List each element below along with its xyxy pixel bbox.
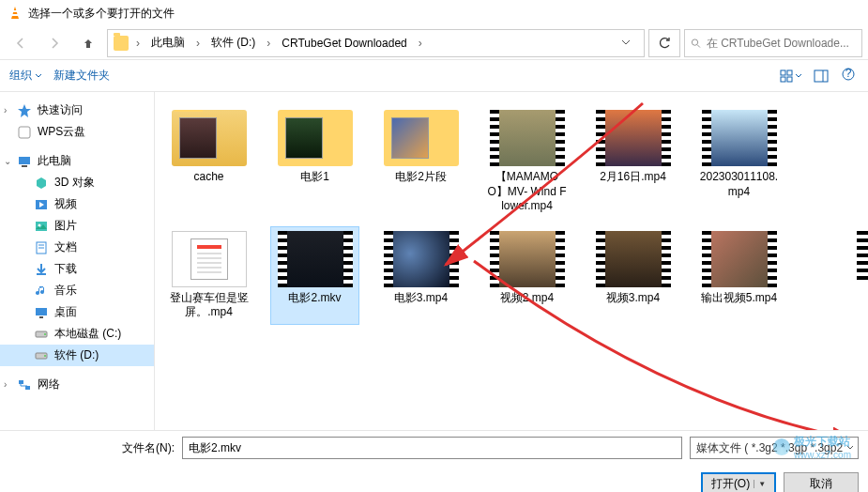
folder-icon (114, 36, 129, 51)
chevron-down-icon (35, 72, 42, 80)
file-item[interactable]: 202303011108.mp4 (694, 105, 784, 219)
sidebar-item-label: 音乐 (54, 283, 77, 299)
svg-point-30 (44, 355, 46, 357)
file-item[interactable]: 电影3.mp4 (376, 226, 465, 325)
organize-label: 组织 (9, 68, 32, 84)
vlc-icon (8, 6, 23, 21)
file-label: 输出视频5.mp4 (701, 291, 777, 306)
net-icon (17, 377, 32, 392)
organize-menu[interactable]: 组织 (9, 68, 42, 84)
open-button-label: 打开(O) (711, 476, 750, 492)
nav-back-button (6, 30, 36, 56)
file-label: 视频2.mp4 (500, 291, 554, 306)
file-item[interactable]: 电影2片段 (376, 105, 465, 219)
svg-rect-25 (36, 308, 47, 315)
sidebar-item[interactable]: ⌄此电脑 (0, 150, 154, 172)
chevron-down-icon (795, 72, 802, 80)
chevron-right-icon: › (194, 37, 202, 50)
sidebar-item[interactable]: ›快速访问 (0, 100, 154, 121)
sidebar-item[interactable]: 软件 (D:) (0, 345, 154, 366)
sidebar-item-label: 图片 (54, 218, 77, 234)
svg-rect-9 (815, 70, 828, 82)
file-label: 电影3.mp4 (394, 291, 448, 306)
expand-icon[interactable]: › (4, 379, 7, 390)
refresh-button[interactable] (648, 29, 680, 57)
file-item[interactable]: cache (164, 105, 253, 219)
sidebar-item[interactable]: ›网络 (0, 374, 154, 395)
breadcrumb-item[interactable]: 此电脑 (147, 33, 189, 53)
sidebar-item[interactable]: 图片 (0, 215, 154, 237)
file-label: 202303011108.mp4 (699, 170, 779, 199)
svg-point-3 (692, 38, 697, 44)
desk-icon (34, 305, 49, 320)
search-input[interactable] (707, 37, 856, 50)
expand-icon[interactable]: ⌄ (4, 156, 11, 166)
svg-rect-7 (781, 77, 785, 82)
file-item[interactable]: 视频3.mp4 (588, 226, 678, 325)
sidebar-item-label: 软件 (D:) (54, 347, 99, 363)
dl-icon (34, 262, 49, 277)
pc-icon (17, 154, 32, 169)
svg-point-28 (44, 333, 46, 335)
video-icon (34, 197, 49, 212)
sidebar-item[interactable]: 3D 对象 (0, 172, 154, 193)
file-item[interactable]: 电影2.mkv (270, 226, 359, 325)
svg-line-4 (697, 44, 700, 47)
new-folder-button[interactable]: 新建文件夹 (53, 68, 110, 84)
svg-text:?: ? (845, 68, 852, 80)
help-button[interactable]: ? (838, 68, 859, 84)
address-dropdown-button[interactable] (614, 37, 638, 50)
file-label: 登山赛车但是竖屏。.mp4 (169, 291, 249, 320)
file-list: cache电影1电影2片段【MAMAMOO】MV- Wind Flower.mp… (155, 92, 868, 430)
filename-input[interactable] (182, 437, 682, 459)
svg-rect-26 (39, 316, 43, 318)
file-item[interactable]: 电影1 (270, 105, 359, 219)
sidebar-item[interactable]: 视频 (0, 193, 154, 215)
sidebar-item[interactable]: 文档 (0, 237, 154, 258)
sidebar-item[interactable]: 桌面 (0, 301, 154, 323)
breadcrumb-item[interactable]: CRTubeGet Downloaded (278, 35, 410, 52)
disk-icon (34, 327, 49, 342)
file-item[interactable]: 输出视频5.mp4 (694, 226, 784, 325)
star-icon (17, 103, 32, 118)
breadcrumb-item[interactable]: 软件 (D:) (207, 33, 259, 53)
svg-rect-19 (36, 222, 47, 231)
file-label: 【MAMAMOO】MV- Wind Flower.mp4 (487, 170, 567, 214)
file-item[interactable]: 2月16日.mp4 (588, 105, 678, 219)
pic-icon (34, 219, 49, 234)
sidebar-item[interactable]: WPS云盘 (0, 121, 154, 143)
sidebar-item[interactable]: 音乐 (0, 280, 154, 301)
file-label: 电影2片段 (395, 170, 447, 185)
svg-rect-6 (787, 70, 792, 75)
svg-rect-14 (19, 127, 30, 138)
file-item[interactable]: 视频2.mp4 (482, 226, 571, 325)
expand-icon[interactable]: › (4, 105, 7, 115)
svg-rect-5 (781, 70, 785, 75)
open-dropdown-icon[interactable]: ▼ (754, 480, 766, 488)
sidebar-item-label: 本地磁盘 (C:) (54, 326, 121, 342)
open-button[interactable]: 打开(O)▼ (701, 472, 776, 492)
search-box[interactable] (684, 29, 862, 57)
svg-rect-16 (22, 165, 27, 167)
svg-rect-8 (787, 77, 792, 82)
file-type-filter[interactable]: 媒体文件 ( *.3g2 *.3gp *.3gp2 (690, 437, 859, 459)
nav-up-button[interactable] (73, 30, 103, 56)
svg-rect-31 (19, 380, 23, 384)
sidebar: ›快速访问WPS云盘⌄此电脑3D 对象视频图片文档下载音乐桌面本地磁盘 (C:)… (0, 92, 155, 430)
address-bar[interactable]: › 此电脑 › 软件 (D:) › CRTubeGet Downloaded › (107, 29, 645, 57)
svg-rect-15 (19, 157, 30, 164)
nav-forward-button (39, 30, 69, 56)
svg-marker-13 (18, 104, 31, 117)
cancel-button[interactable]: 取消 (784, 472, 859, 492)
svg-rect-32 (25, 386, 30, 390)
file-item[interactable]: 登山赛车但是竖屏。.mp4 (164, 226, 253, 325)
svg-rect-1 (13, 10, 17, 12)
sidebar-item[interactable]: 本地磁盘 (C:) (0, 323, 154, 345)
view-mode-button[interactable] (778, 65, 804, 87)
sidebar-item[interactable]: 下载 (0, 258, 154, 280)
file-item[interactable]: 【MAMAMOO】MV- Wind Flower.mp4 (482, 105, 571, 219)
preview-pane-button[interactable] (808, 65, 834, 87)
svg-rect-2 (12, 14, 18, 16)
sidebar-item-label: WPS云盘 (38, 124, 85, 140)
svg-marker-0 (11, 7, 19, 19)
